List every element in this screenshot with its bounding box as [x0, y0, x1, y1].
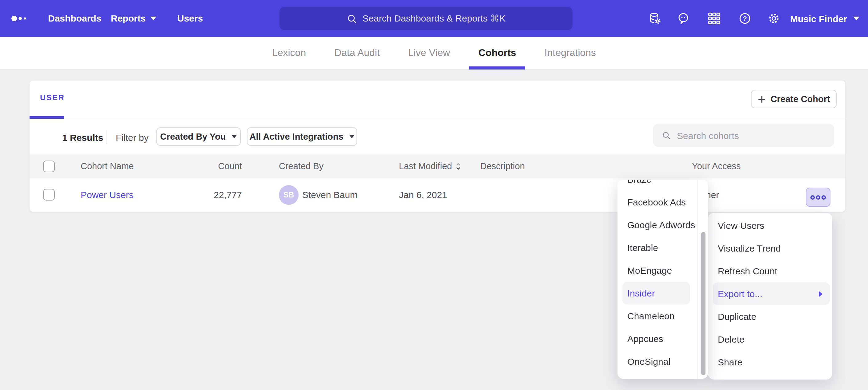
created-by-filter-dropdown[interactable]: Created By You	[156, 127, 241, 146]
nav-dashboards[interactable]: Dashboards	[48, 0, 101, 37]
tab-user-cohorts[interactable]: USER	[40, 94, 65, 102]
cohort-count: 22,777	[180, 190, 242, 200]
table-row: Power Users 22,777 SB Steven Baum Jan 6,…	[30, 178, 845, 212]
menu-item-refresh-count[interactable]: Refresh Count	[708, 260, 832, 282]
tab-data-audit[interactable]: Data Audit	[333, 37, 381, 69]
svg-text:?: ?	[743, 15, 747, 23]
project-switcher[interactable]: Music Finder	[790, 0, 859, 37]
cohort-name-link[interactable]: Power Users	[81, 190, 133, 200]
search-icon	[346, 13, 357, 24]
column-header-your-access[interactable]: Your Access	[692, 161, 741, 171]
column-header-count[interactable]: Count	[180, 161, 242, 171]
last-modified-label: Last Modified	[399, 161, 452, 171]
global-search-placeholder: Search Dashboards & Reports ⌘K	[362, 13, 505, 24]
sort-icon	[456, 162, 461, 170]
cohort-search-box[interactable]	[653, 124, 834, 147]
submenu-item-iterable[interactable]: Iterable	[617, 236, 698, 259]
divider	[30, 119, 845, 119]
tab-lexicon[interactable]: Lexicon	[271, 37, 307, 69]
chevron-down-icon	[853, 17, 859, 20]
avatar: SB	[279, 185, 299, 205]
chevron-down-icon	[231, 135, 237, 138]
select-all-checkbox[interactable]	[43, 161, 55, 172]
cohorts-page: Dashboards Reports Users Search Dashboar…	[0, 0, 868, 390]
nav-reports[interactable]: Reports	[111, 0, 156, 37]
plus-icon	[757, 95, 766, 103]
submenu-scrollbar-thumb[interactable]	[701, 232, 706, 375]
created-by-filter-label: Created By You	[160, 132, 226, 141]
global-search-bar[interactable]: Search Dashboards & Reports ⌘K	[279, 7, 572, 30]
created-by-name: Steven Baum	[302, 190, 358, 200]
menu-item-view-users[interactable]: View Users	[708, 214, 832, 237]
ellipsis-icon	[810, 195, 826, 200]
submenu-item-google-adwords[interactable]: Google Adwords	[617, 214, 698, 236]
create-cohort-label: Create Cohort	[770, 94, 830, 104]
project-name: Music Finder	[790, 13, 847, 24]
submenu-scrollbar-track	[698, 180, 708, 379]
column-header-last-modified[interactable]: Last Modified	[399, 161, 461, 171]
menu-item-delete[interactable]: Delete	[708, 328, 832, 351]
governance-tabs-bar: Lexicon Data Audit Live View Cohorts Int…	[0, 37, 868, 69]
export-to-label: Export to...	[718, 282, 763, 305]
row-checkbox[interactable]	[43, 189, 55, 200]
feedback-icon[interactable]	[677, 12, 690, 25]
submenu-item-moengage[interactable]: MoEngage	[617, 259, 698, 282]
divider	[106, 130, 107, 144]
search-icon	[662, 130, 671, 140]
nav-dashboards-label: Dashboards	[48, 0, 101, 37]
tab-cohorts[interactable]: Cohorts	[477, 37, 518, 69]
column-header-created-by[interactable]: Created By	[279, 161, 323, 171]
submenu-item-braze[interactable]: Braze	[617, 180, 698, 191]
export-submenu: Braze Facebook Ads Google Adwords Iterab…	[617, 180, 708, 379]
last-modified-date: Jan 6, 2021	[399, 190, 447, 200]
submenu-item-insider[interactable]: Insider	[622, 282, 690, 304]
mixpanel-logo-icon[interactable]	[11, 13, 30, 23]
table-header: Cohort Name Count Created By Last Modifi…	[30, 154, 845, 178]
menu-item-duplicate[interactable]: Duplicate	[708, 305, 832, 328]
nav-users-label: Users	[177, 0, 203, 37]
submenu-item-appcues[interactable]: Appcues	[617, 327, 698, 350]
top-navigation-bar: Dashboards Reports Users Search Dashboar…	[0, 0, 868, 37]
tab-live-view[interactable]: Live View	[407, 37, 451, 69]
submenu-item-facebook-ads[interactable]: Facebook Ads	[617, 191, 698, 214]
submenu-item-chameleon[interactable]: Chameleon	[617, 304, 698, 327]
apps-grid-icon[interactable]	[707, 12, 721, 25]
menu-item-share[interactable]: Share	[708, 351, 832, 373]
column-header-description[interactable]: Description	[480, 161, 525, 171]
results-count: 1 Results	[62, 132, 103, 143]
menu-item-visualize-trend[interactable]: Visualize Trend	[708, 237, 832, 260]
menu-item-export-to[interactable]: Export to...	[713, 282, 830, 305]
export-submenu-list: Braze Facebook Ads Google Adwords Iterab…	[617, 180, 708, 373]
data-governance-icon[interactable]	[648, 12, 662, 25]
cohorts-panel: USER Create Cohort 1 Results Filter by C…	[30, 80, 845, 212]
settings-gear-icon[interactable]	[767, 12, 781, 25]
integrations-filter-dropdown[interactable]: All Active Integrations	[247, 127, 357, 146]
nav-reports-label: Reports	[111, 0, 146, 37]
column-header-cohort-name[interactable]: Cohort Name	[81, 161, 133, 171]
chevron-down-icon	[349, 135, 354, 138]
create-cohort-button[interactable]: Create Cohort	[751, 90, 837, 108]
help-icon[interactable]: ?	[738, 12, 752, 25]
submenu-arrow-icon	[819, 291, 823, 297]
chevron-down-icon	[150, 17, 156, 20]
row-actions-button[interactable]	[806, 188, 831, 207]
integrations-filter-label: All Active Integrations	[249, 132, 343, 141]
nav-users[interactable]: Users	[177, 0, 203, 37]
filter-by-label: Filter by	[116, 132, 149, 143]
tab-integrations[interactable]: Integrations	[543, 37, 597, 69]
submenu-item-onesignal[interactable]: OneSignal	[617, 350, 698, 373]
row-actions-menu: View Users Visualize Trend Refresh Count…	[708, 213, 832, 380]
cohort-search-input[interactable]	[677, 130, 826, 140]
